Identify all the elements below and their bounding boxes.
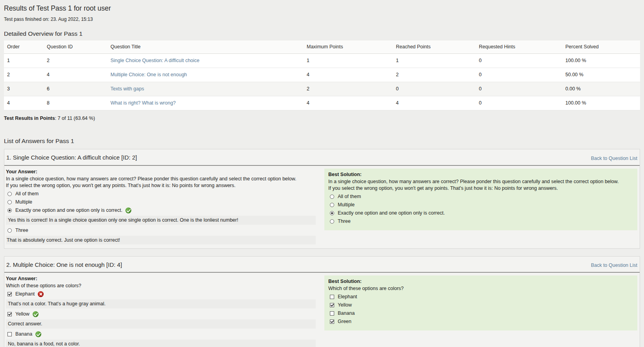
question-section-2: 2. Multiple Choice: One is not enough [I… [4, 256, 640, 347]
option-label: Banana [15, 331, 32, 338]
cell-max-points: 4 [304, 68, 393, 82]
question-text: Which of these options are colors? [328, 285, 633, 292]
cell-reached-points: 2 [393, 68, 476, 82]
radio-selected-icon [330, 211, 334, 215]
question-text: Which of these options are colors? [6, 283, 316, 289]
question-link[interactable]: Multiple Choice: One is not enough [110, 72, 187, 77]
option-feedback: That's not a color. That's a huge gray a… [6, 299, 316, 308]
col-header-maximum-points: Maximum Points [304, 40, 393, 54]
cell-question-id: 2 [44, 54, 107, 68]
table-row: 3 6 Texts with gaps 2 0 0 0.00 % [4, 82, 640, 96]
option-row: Multiple [6, 198, 316, 206]
section-title: 1. Single Choice Question: A difficult c… [6, 154, 137, 162]
your-answer-label: Your Answer: [6, 275, 316, 282]
option-row: All of them [328, 193, 633, 201]
option-label: Three [338, 218, 351, 225]
best-solution-label: Best Solution: [328, 278, 633, 285]
option-label: Multiple [15, 199, 32, 206]
checkbox-checked-icon [7, 312, 12, 316]
results-page: Results of Test Pass 1 for root user Tes… [0, 0, 644, 347]
correct-icon [35, 331, 41, 337]
cell-requested-hints: 0 [476, 54, 562, 68]
option-row: Elephant [6, 290, 316, 298]
test-finished-timestamp: Test pass finished on: 23. Aug 2022, 15:… [4, 16, 640, 22]
section-body: Your Answer: Which of these options are … [4, 273, 640, 347]
option-row: Three [6, 226, 316, 235]
option-row: Banana [6, 330, 316, 338]
col-header-question-title: Question Title [107, 40, 304, 54]
option-label: Multiple [338, 202, 355, 208]
checkbox-checked-icon [7, 292, 12, 296]
option-row: Exactly one option and one option only i… [328, 209, 633, 217]
option-feedback: No, banana is a food, not a color. [6, 340, 316, 347]
cell-requested-hints: 0 [476, 68, 562, 82]
option-label: Elephant [15, 291, 35, 297]
cell-order: 1 [4, 54, 44, 68]
question-link[interactable]: What is right? What is wrong? [110, 100, 176, 106]
option-label: All of them [15, 191, 39, 197]
cell-percent-solved: 50.00 % [562, 68, 640, 82]
back-to-question-list-link[interactable]: Back to Question List [591, 155, 637, 162]
option-row: Three [328, 217, 633, 226]
answers-heading: List of Answers for Pass 1 [4, 137, 640, 145]
checkbox-unchecked-icon [330, 311, 334, 316]
question-link[interactable]: Texts with gaps [110, 86, 144, 92]
option-row: Multiple [328, 201, 633, 209]
question-link[interactable]: Single Choice Question: A difficult choi… [110, 58, 199, 63]
option-row: Banana [328, 309, 633, 318]
option-feedback: Yes this is correct! In a single choice … [6, 216, 316, 225]
option-label: Elephant [338, 294, 357, 300]
col-header-percent-solved: Percent Solved [562, 40, 640, 54]
best-solution-panel: Best Solution: Which of these options ar… [324, 275, 637, 330]
radio-unselected-icon [7, 192, 12, 196]
option-label: Banana [338, 310, 355, 317]
page-title: Results of Test Pass 1 for root user [4, 4, 640, 13]
cell-percent-solved: 100.00 % [562, 54, 640, 68]
cell-requested-hints: 0 [476, 96, 562, 110]
general-feedback: That is absolutely correct. Just one opt… [6, 236, 316, 244]
test-results-label: Test Results in Points [4, 116, 55, 121]
test-results-summary: Test Results in Points: 7 of 11 (63.64 %… [4, 115, 640, 122]
cell-requested-hints: 0 [476, 82, 562, 96]
section-header: 1. Single Choice Question: A difficult c… [4, 149, 640, 165]
your-answer-panel: Your Answer: In a single choice question… [6, 169, 320, 244]
best-solution-label: Best Solution: [328, 171, 633, 178]
section-header: 2. Multiple Choice: One is not enough [I… [4, 257, 640, 273]
radio-unselected-icon [7, 200, 12, 204]
cell-order: 2 [4, 68, 44, 82]
cell-reached-points: 4 [393, 96, 476, 110]
radio-selected-icon [7, 208, 12, 213]
cell-max-points: 2 [304, 82, 393, 96]
overview-table: Order Question ID Question Title Maximum… [4, 40, 640, 110]
cell-percent-solved: 0.00 % [562, 82, 640, 96]
correct-icon [125, 207, 131, 213]
table-row: 1 2 Single Choice Question: A difficult … [4, 54, 640, 68]
col-header-order: Order [4, 40, 44, 54]
option-row: Yellow [6, 310, 316, 318]
option-label: Exactly one option and one option only i… [338, 210, 445, 217]
section-title: 2. Multiple Choice: One is not enough [I… [6, 261, 122, 269]
option-row: Exactly one option and one option only i… [6, 206, 316, 215]
option-label: Green [338, 318, 351, 325]
table-row: 2 4 Multiple Choice: One is not enough 4… [4, 68, 640, 82]
option-row: Elephant [328, 293, 633, 301]
cell-percent-solved: 100.00 % [562, 96, 640, 110]
radio-unselected-icon [7, 228, 12, 233]
back-to-question-list-link[interactable]: Back to Question List [591, 262, 637, 269]
cell-reached-points: 0 [393, 82, 476, 96]
option-feedback: Correct answer. [6, 319, 316, 329]
table-row: 4 8 What is right? What is wrong? 4 4 0 … [4, 96, 640, 110]
option-row: Green [328, 318, 633, 326]
wrong-icon [38, 291, 44, 297]
col-header-requested-hints: Requested Hints [476, 40, 562, 54]
checkbox-unchecked-icon [7, 332, 12, 336]
cell-question-id: 6 [44, 82, 107, 96]
question-text: In a single choice question, how many an… [6, 176, 316, 189]
question-text: In a single choice question, how many an… [328, 178, 633, 192]
your-answer-label: Your Answer: [6, 169, 316, 175]
section-body: Your Answer: In a single choice question… [4, 166, 640, 248]
radio-unselected-icon [330, 219, 334, 224]
option-label: Exactly one option and one option only i… [15, 207, 122, 214]
cell-max-points: 4 [304, 96, 393, 110]
option-label: Yellow [15, 311, 29, 318]
